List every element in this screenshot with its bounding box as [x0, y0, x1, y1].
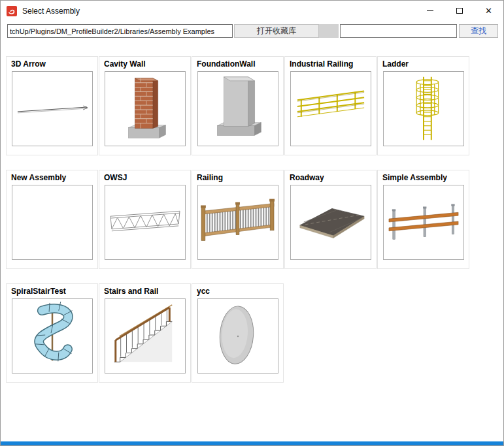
assembly-item-foundationwall[interactable]: FoundationWall [192, 56, 284, 155]
assembly-thumbnail[interactable] [383, 185, 464, 260]
assembly-label: Railing [192, 170, 283, 183]
window-title: Select Assembly [22, 7, 80, 16]
search-input[interactable] [340, 24, 457, 38]
assembly-item-roadway[interactable]: Roadway [284, 170, 377, 269]
simple-assembly-image [384, 185, 463, 259]
assembly-thumbnail[interactable] [290, 71, 371, 146]
assembly-item-cavity-wall[interactable]: Cavity Wall [99, 56, 191, 155]
maximize-icon [456, 8, 463, 14]
assembly-label: Stairs and Rail [99, 284, 190, 297]
assembly-label: ycc [192, 284, 283, 297]
ycc-disc-image [198, 299, 278, 373]
assembly-item-industrial-railing[interactable]: Industrial Railing [284, 56, 377, 155]
assembly-thumbnail[interactable] [12, 71, 93, 146]
assembly-grid: 3D Arrow Cavity Wall [6, 56, 469, 383]
assembly-item-simple-assembly[interactable]: Simple Assembly [377, 170, 469, 269]
select-assembly-dialog: Select Assembly ✕ 打开收藏库 查找 3D Arrow [0, 0, 504, 446]
industrial-railing-image [291, 72, 371, 146]
assembly-label: New Assembly [7, 170, 97, 183]
assembly-thumbnail[interactable] [105, 298, 186, 374]
sketchup-app-icon [7, 6, 17, 16]
window-bottom-edge [1, 441, 503, 445]
assembly-item-railing[interactable]: Railing [192, 170, 284, 269]
assembly-item-ladder[interactable]: Ladder [377, 56, 469, 155]
minimize-icon [427, 10, 433, 11]
owsj-image [105, 185, 185, 259]
assembly-label: Industrial Railing [285, 57, 376, 70]
assembly-item-new-assembly[interactable]: New Assembly [6, 170, 98, 269]
assembly-label: Roadway [285, 170, 376, 183]
ladder-image [384, 72, 463, 146]
assembly-label: SpiralStairTest [7, 284, 97, 297]
assembly-label: FoundationWall [192, 57, 283, 70]
assembly-item-owsj[interactable]: OWSJ [99, 170, 191, 269]
toolbar-separator [319, 24, 339, 38]
cavity-wall-image [105, 72, 185, 146]
stairs-and-rail-image [105, 299, 185, 373]
assembly-label: OWSJ [99, 170, 190, 183]
assembly-thumbnail[interactable] [290, 185, 371, 260]
search-button[interactable]: 查找 [459, 24, 498, 38]
assembly-item-stairs-and-rail[interactable]: Stairs and Rail [99, 283, 191, 383]
assembly-thumbnail[interactable] [12, 185, 93, 260]
roadway-image [291, 185, 371, 259]
assembly-item-3d-arrow[interactable]: 3D Arrow [6, 56, 98, 155]
assembly-thumbnail[interactable] [105, 185, 186, 260]
assembly-thumbnail[interactable] [383, 71, 464, 146]
assembly-label: Cavity Wall [99, 57, 190, 70]
assembly-label: Ladder [378, 57, 469, 70]
maximize-button[interactable] [445, 1, 474, 21]
assembly-thumbnail[interactable] [105, 71, 186, 146]
close-button[interactable]: ✕ [474, 1, 503, 21]
close-icon: ✕ [485, 7, 492, 15]
new-assembly-image [12, 185, 92, 259]
spiral-stair-image [12, 299, 92, 373]
library-path-input[interactable] [7, 24, 233, 38]
assembly-item-spiralstairtest[interactable]: SpiralStairTest [6, 283, 98, 383]
window-controls: ✕ [415, 1, 503, 21]
3d-arrow-image [12, 72, 92, 146]
assembly-label: 3D Arrow [7, 57, 97, 70]
open-library-button[interactable]: 打开收藏库 [234, 24, 319, 38]
railing-image [198, 185, 278, 259]
foundation-wall-image [198, 72, 278, 146]
assembly-thumbnail[interactable] [197, 71, 278, 146]
assembly-thumbnail[interactable] [197, 298, 278, 374]
minimize-button[interactable] [415, 1, 445, 21]
toolbar: 打开收藏库 查找 [1, 24, 503, 40]
assembly-label: Simple Assembly [378, 170, 469, 183]
assembly-item-ycc[interactable]: ycc [192, 283, 284, 383]
assembly-thumbnail[interactable] [12, 298, 93, 374]
assembly-thumbnail[interactable] [197, 185, 278, 260]
titlebar: Select Assembly ✕ [1, 1, 503, 21]
